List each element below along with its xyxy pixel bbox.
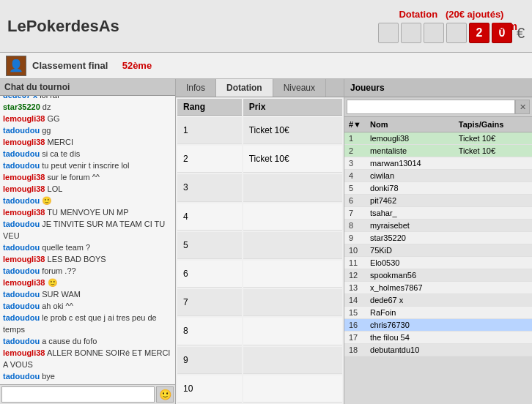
player-row: 6 pit7462 <box>344 195 532 207</box>
chat-input[interactable] <box>1 386 155 403</box>
dotation-prix <box>243 289 342 316</box>
chat-text: sur le forum ^^ <box>45 173 100 182</box>
search-input[interactable] <box>347 100 515 114</box>
search-clear-button[interactable]: ✕ <box>515 100 530 114</box>
player-nom: the filou 54 <box>366 332 454 344</box>
chat-user: tadoudou <box>3 196 40 205</box>
player-tapis <box>454 332 532 344</box>
player-nom: star35220 <box>366 232 454 244</box>
player-num: 10 <box>344 244 366 257</box>
player-row: 3 marwan13014 <box>344 157 532 170</box>
col-num[interactable]: #▼ <box>344 117 366 132</box>
player-nom: ciwilan <box>366 170 454 182</box>
dotation-rang: 5 <box>177 232 242 259</box>
tab-dotation[interactable]: Dotation <box>216 79 273 97</box>
dotation-prix <box>243 375 342 403</box>
dotation-row: 1 Ticket 10€ <box>177 117 342 144</box>
player-row: 7 tsahar_ <box>344 207 532 220</box>
dotation-prix <box>243 203 342 231</box>
chat-line: tadoudou forum .?? <box>3 265 172 277</box>
chat-line: lemougli38 TU MENVOYE UN MP <box>3 206 172 218</box>
dotation-row: 6 <box>177 261 342 288</box>
player-tapis <box>454 182 532 195</box>
chat-text: LOL <box>45 184 62 193</box>
dotation-row: 2 Ticket 10€ <box>177 146 342 173</box>
chat-user: tadoudou <box>3 337 40 345</box>
player-nom: mentaliste <box>366 145 454 157</box>
emoji-button[interactable]: 🙂 <box>156 386 174 403</box>
chat-user: lemougli38 <box>3 138 45 146</box>
chat-line: tadoudou bye <box>3 370 172 382</box>
dotation-prix: Ticket 10€ <box>243 117 342 144</box>
chat-line: lemougli38 MERCI <box>3 136 172 148</box>
player-tapis <box>454 232 532 244</box>
player-row: 15 RaFoin <box>344 307 532 319</box>
chat-text: a cause du fofo <box>40 337 97 345</box>
classement-bar: 👤 Classement final 52ème <box>0 53 532 79</box>
chat-line: lemougli38 🙂 <box>3 277 172 288</box>
chat-line: tadoudou quelle team ? <box>3 242 172 253</box>
dotation-prix: Ticket 10€ <box>243 146 342 173</box>
dotation-text: Dotation <box>399 9 437 20</box>
tab-niveaux[interactable]: Niveaux <box>273 79 326 97</box>
player-tapis <box>454 294 532 307</box>
classement-avatar: 👤 <box>6 56 26 76</box>
players-header-row: #▼ Nom Tapis/Gains <box>344 117 532 132</box>
tab-infos[interactable]: Infos <box>176 79 216 97</box>
player-num: 18 <box>344 344 366 356</box>
slot-2 <box>401 23 421 43</box>
player-num: 11 <box>344 257 366 269</box>
chat-user: tadoudou <box>3 290 40 299</box>
chat-text: 🙂 <box>45 278 57 287</box>
player-row: 4 ciwilan <box>344 170 532 182</box>
chat-line: tadoudou ah oki ^^ <box>3 300 172 312</box>
chat-messages[interactable]: dede67 x lol rafstar35220 dzlemougli38 G… <box>0 96 175 384</box>
chat-line: tadoudou le prob c est que j ai tres peu… <box>3 312 172 335</box>
term-link[interactable]: Term <box>493 20 517 32</box>
player-num: 7 <box>344 207 366 220</box>
dotation-rang: 8 <box>177 318 242 345</box>
dotation-row: 4 <box>177 203 342 231</box>
chat-user: tadoudou <box>3 126 40 135</box>
player-tapis <box>454 319 532 332</box>
dotation-row: 7 <box>177 289 342 316</box>
chat-text: LES BAD BOYS <box>45 255 106 263</box>
player-tapis <box>454 282 532 294</box>
chat-line: tadoudou gg <box>3 124 172 136</box>
dotation-rang: 2 <box>177 146 242 173</box>
chat-text: tu peut venir t inscrire lol <box>40 161 129 170</box>
dotation-rang: 3 <box>177 174 242 201</box>
chat-user: lemougli38 <box>3 255 45 263</box>
player-tapis <box>454 195 532 207</box>
dotation-label: Dotation (20€ ajoutés) <box>399 9 503 20</box>
chat-text: bye <box>40 372 55 381</box>
chat-line: tadoudou a cause du fofo <box>3 335 172 347</box>
chat-user: tadoudou <box>3 313 40 322</box>
dotation-prix <box>243 347 342 374</box>
chat-text: dz <box>40 102 51 111</box>
player-num: 15 <box>344 307 366 319</box>
header: LePokerdesAs Dotation (20€ ajoutés) 2 0 … <box>0 0 532 53</box>
classement-text: Classement final <box>32 60 108 71</box>
col-nom: Nom <box>366 117 454 132</box>
players-panel: Joueurs ✕ #▼ Nom Tapis/Gains 1 lemougli3… <box>344 79 532 404</box>
chat-text: gg <box>40 126 51 135</box>
player-num: 3 <box>344 157 366 170</box>
player-tapis: Ticket 10€ <box>454 145 532 157</box>
player-nom: Elo0530 <box>366 257 454 269</box>
main: Chat du tournoi dede67 x lol rafstar3522… <box>0 79 532 404</box>
player-num: 16 <box>344 319 366 332</box>
chat-line: tadoudou JE TINVITE SUR MA TEAM CI TU VE… <box>3 218 172 242</box>
chat-text: TU MENVOYE UN MP <box>45 208 128 217</box>
player-num: 14 <box>344 294 366 307</box>
player-tapis <box>454 269 532 282</box>
chat-text: forum .?? <box>40 266 76 275</box>
chat-user: tadoudou <box>3 302 40 310</box>
euro-sign: € <box>517 25 525 42</box>
dotation-row: 9 <box>177 347 342 374</box>
chat-line: lemougli38 ALLER BONNE SOIRé ET MERCI A … <box>3 347 172 370</box>
classement-rank: 52ème <box>122 60 152 71</box>
player-num: 13 <box>344 282 366 294</box>
chat-user: lemougli38 <box>3 348 45 357</box>
dotation-row: 5 <box>177 232 342 259</box>
